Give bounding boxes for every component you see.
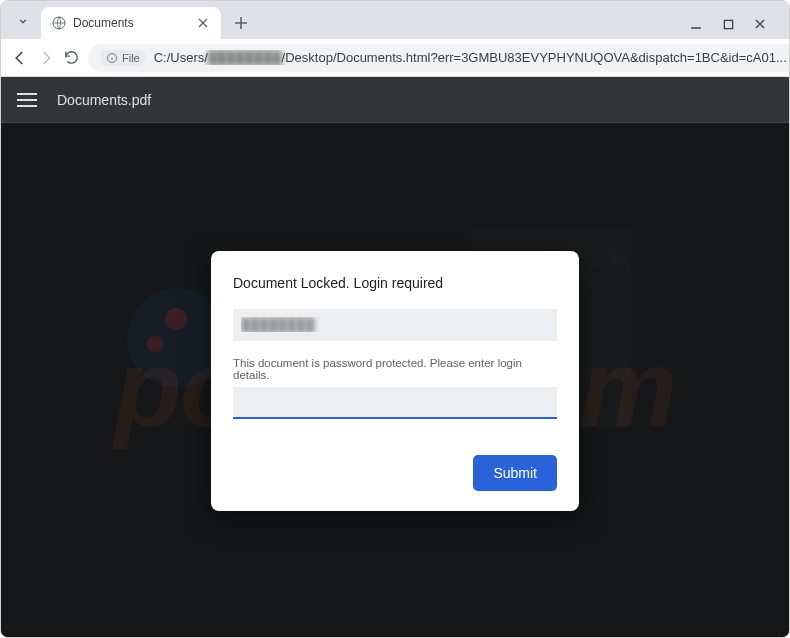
minimize-icon bbox=[690, 18, 702, 30]
password-field[interactable] bbox=[233, 387, 557, 419]
window-controls bbox=[689, 17, 781, 39]
forward-button[interactable] bbox=[37, 44, 55, 72]
close-window-button[interactable] bbox=[753, 17, 767, 31]
tab-strip: Documents bbox=[1, 1, 789, 39]
tab-title: Documents bbox=[73, 16, 189, 30]
close-icon bbox=[198, 18, 208, 28]
url-scheme-chip: File bbox=[100, 50, 146, 66]
submit-button[interactable]: Submit bbox=[473, 455, 557, 491]
reload-icon bbox=[63, 49, 80, 66]
arrow-right-icon bbox=[37, 49, 55, 67]
reload-button[interactable] bbox=[63, 44, 80, 72]
url-text: C:/Users/████████/Desktop/Documents.html… bbox=[154, 50, 787, 65]
maximize-icon bbox=[723, 19, 734, 30]
arrow-left-icon bbox=[11, 49, 29, 67]
new-tab-button[interactable] bbox=[227, 9, 255, 37]
close-icon bbox=[754, 18, 766, 30]
tab-search-button[interactable] bbox=[9, 7, 37, 35]
login-dialog: Document Locked. Login required This doc… bbox=[211, 251, 579, 511]
pdf-viewer-header: Documents.pdf bbox=[1, 77, 789, 123]
svg-rect-1 bbox=[724, 20, 732, 28]
browser-tab[interactable]: Documents bbox=[41, 7, 221, 39]
browser-toolbar: File C:/Users/████████/Desktop/Documents… bbox=[1, 39, 789, 77]
chevron-down-icon bbox=[16, 14, 30, 28]
minimize-button[interactable] bbox=[689, 17, 703, 31]
page-content: Documents.pdf pcrisk.com Document Locked… bbox=[1, 77, 789, 637]
dialog-title: Document Locked. Login required bbox=[233, 275, 557, 291]
dialog-hint: This document is password protected. Ple… bbox=[233, 357, 557, 381]
dialog-actions: Submit bbox=[233, 455, 557, 491]
info-icon bbox=[106, 52, 118, 64]
pdf-menu-button[interactable] bbox=[17, 93, 37, 107]
hamburger-icon bbox=[17, 93, 37, 95]
address-bar[interactable]: File C:/Users/████████/Desktop/Documents… bbox=[88, 44, 790, 72]
plus-icon bbox=[234, 16, 248, 30]
tab-close-button[interactable] bbox=[195, 15, 211, 31]
globe-icon bbox=[51, 15, 67, 31]
maximize-button[interactable] bbox=[721, 17, 735, 31]
email-field[interactable] bbox=[233, 309, 557, 341]
browser-window: Documents bbox=[0, 0, 790, 638]
page-body: pcrisk.com Document Locked. Login requir… bbox=[1, 124, 789, 637]
pdf-title: Documents.pdf bbox=[57, 92, 151, 108]
scheme-label: File bbox=[122, 52, 140, 64]
back-button[interactable] bbox=[11, 44, 29, 72]
